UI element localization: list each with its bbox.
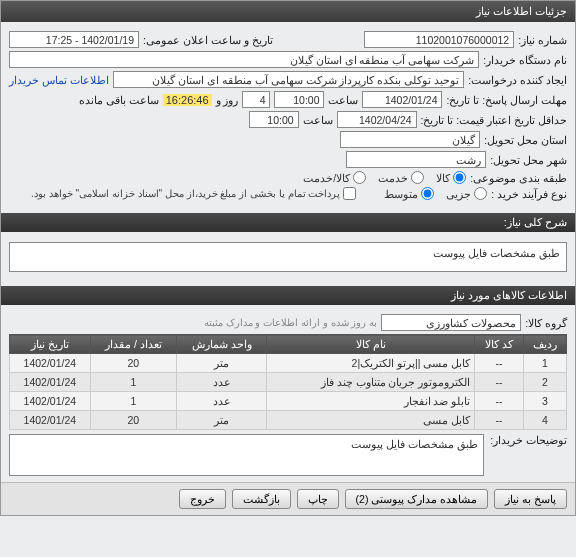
table-row[interactable]: 4--کابل مسیمتر201402/01/24: [10, 411, 567, 430]
validity-label: حداقل تاریخ اعتبار قیمت: تا تاریخ:: [421, 114, 567, 126]
items-header: اطلاعات کالاهای مورد نیاز: [1, 286, 575, 305]
table-cell: کابل مسی ||پرتو الکتریک|2: [267, 354, 475, 373]
buyer-notes-box: طبق مشخصات فایل پیوست: [9, 434, 484, 476]
table-cell: 1402/01/24: [10, 392, 91, 411]
table-cell: 1: [90, 373, 176, 392]
validity-date-field: 1402/04/24: [337, 111, 417, 128]
table-cell: 20: [90, 354, 176, 373]
table-header: کد کالا: [475, 335, 523, 354]
contact-link[interactable]: اطلاعات تماس خریدار: [9, 74, 109, 86]
desc-header: شرح کلی نیاز:: [1, 213, 575, 232]
requester-field: توحید توکلی بنکده کارپرداز شرکت سهامی آب…: [113, 71, 464, 88]
class-service-input[interactable]: [411, 171, 424, 184]
group-sub: به روز شده و ارائه اطلاعات و مدارک مثبته: [204, 317, 377, 328]
countdown: 16:26:46: [163, 94, 212, 106]
table-header: تاریخ نیاز: [10, 335, 91, 354]
class-goods-radio[interactable]: کالا: [436, 171, 466, 184]
table-cell: --: [475, 373, 523, 392]
payment-check[interactable]: پرداخت تمام یا بخشی از مبلغ خرید،از محل …: [31, 187, 356, 200]
table-cell: عدد: [176, 373, 266, 392]
province-label: استان محل تحویل:: [484, 134, 567, 146]
time-label-2: ساعت: [303, 114, 333, 126]
buyer-notes-label: توضیحات خریدار:: [490, 434, 567, 446]
titlebar: جزئیات اطلاعات نیاز: [1, 1, 575, 22]
table-header: نام کالا: [267, 335, 475, 354]
print-button[interactable]: چاپ: [297, 489, 339, 509]
process-medium-input[interactable]: [421, 187, 434, 200]
desc-text: طبق مشخصات فایل پیوست: [433, 247, 560, 259]
buyer-org-field: شرکت سهامی آب منطقه ای استان گیلان: [9, 51, 479, 68]
respond-button[interactable]: پاسخ به نیاز: [494, 489, 567, 509]
table-header: ردیف: [523, 335, 566, 354]
announce-field: 1402/01/19 - 17:25: [9, 31, 139, 48]
table-cell: 20: [90, 411, 176, 430]
table-cell: 4: [523, 411, 566, 430]
table-row[interactable]: 1--کابل مسی ||پرتو الکتریک|2متر201402/01…: [10, 354, 567, 373]
payment-checkbox[interactable]: [343, 187, 356, 200]
process-small-input[interactable]: [474, 187, 487, 200]
table-cell: 1: [523, 354, 566, 373]
validity-time-field: 10:00: [249, 111, 299, 128]
class-label: طبقه بندی موضوعی:: [470, 172, 567, 184]
need-number-label: شماره نیاز:: [518, 34, 567, 46]
need-number-field: 1102001076000012: [364, 31, 514, 48]
table-cell: متر: [176, 411, 266, 430]
table-cell: 3: [523, 392, 566, 411]
table-cell: --: [475, 354, 523, 373]
time-label-1: ساعت: [328, 94, 358, 106]
class-service-radio[interactable]: خدمت: [378, 171, 424, 184]
announce-label: تاریخ و ساعت اعلان عمومی:: [143, 34, 273, 46]
table-row[interactable]: 3--تابلو ضد انفجارعدد11402/01/24: [10, 392, 567, 411]
days-unit-label: روز و: [216, 94, 239, 106]
window: جزئیات اطلاعات نیاز شماره نیاز: 11020010…: [0, 0, 576, 516]
table-cell: 2: [523, 373, 566, 392]
window-title: جزئیات اطلاعات نیاز: [476, 5, 567, 17]
button-bar: پاسخ به نیاز مشاهده مدارک پیوستی (2) چاپ…: [1, 482, 575, 515]
class-goods-input[interactable]: [453, 171, 466, 184]
table-cell: 1: [90, 392, 176, 411]
table-header: واحد شمارش: [176, 335, 266, 354]
items-table: ردیفکد کالانام کالاواحد شمارشتعداد / مقد…: [9, 334, 567, 430]
city-label: شهر محل تحویل:: [490, 154, 567, 166]
details-section: شماره نیاز: 1102001076000012 تاریخ و ساع…: [1, 22, 575, 209]
days-field: 4: [242, 91, 270, 108]
process-small-radio[interactable]: جزیی: [446, 187, 487, 200]
group-label: گروه کالا:: [525, 317, 567, 329]
desc-box: طبق مشخصات فایل پیوست: [9, 242, 567, 272]
table-cell: متر: [176, 354, 266, 373]
table-cell: --: [475, 411, 523, 430]
table-cell: 1402/01/24: [10, 373, 91, 392]
deadline-label: مهلت ارسال پاسخ: تا تاریخ:: [446, 94, 567, 106]
process-medium-radio[interactable]: متوسط: [384, 187, 434, 200]
buyer-notes-text: طبق مشخصات فایل پیوست: [351, 438, 478, 450]
back-button[interactable]: بازگشت: [232, 489, 291, 509]
deadline-date-field: 1402/01/24: [362, 91, 442, 108]
class-both-radio[interactable]: کالا/خدمت: [303, 171, 366, 184]
table-cell: کابل مسی: [267, 411, 475, 430]
table-cell: الکتروموتور جریان متناوب چند فاز: [267, 373, 475, 392]
table-header: تعداد / مقدار: [90, 335, 176, 354]
table-row[interactable]: 2--الکتروموتور جریان متناوب چند فازعدد11…: [10, 373, 567, 392]
group-field: محصولات کشاورزی: [381, 314, 521, 331]
process-label: نوع فرآیند خرید :: [491, 188, 567, 200]
table-cell: 1402/01/24: [10, 411, 91, 430]
attachments-button[interactable]: مشاهده مدارک پیوستی (2): [345, 489, 489, 509]
remain-label: ساعت باقی مانده: [79, 94, 159, 106]
table-cell: 1402/01/24: [10, 354, 91, 373]
province-field: گیلان: [340, 131, 480, 148]
table-cell: --: [475, 392, 523, 411]
table-cell: تابلو ضد انفجار: [267, 392, 475, 411]
buyer-org-label: نام دستگاه خریدار:: [483, 54, 567, 66]
exit-button[interactable]: خروج: [179, 489, 226, 509]
class-both-input[interactable]: [353, 171, 366, 184]
table-cell: عدد: [176, 392, 266, 411]
deadline-time-field: 10:00: [274, 91, 324, 108]
requester-label: ایجاد کننده درخواست:: [468, 74, 567, 86]
city-field: رشت: [346, 151, 486, 168]
